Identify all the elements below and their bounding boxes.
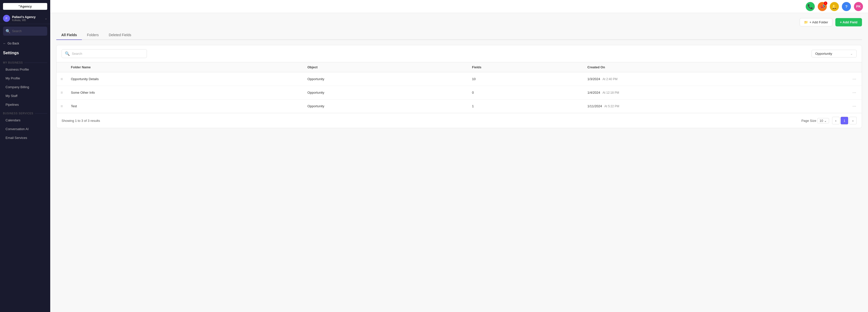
- object-filter-label: Opportunity: [815, 52, 832, 56]
- sidebar-item-calendars[interactable]: Calendars: [1, 116, 49, 124]
- page-size-control: Page Size 10 ⌄: [801, 118, 829, 123]
- prev-page-button[interactable]: ‹: [832, 117, 840, 124]
- add-folder-label: + Add Folder: [809, 20, 828, 24]
- sidebar-item-company-billing[interactable]: Company Billing: [1, 83, 49, 91]
- bell-icon-button[interactable]: 🔔: [830, 2, 839, 11]
- drag-handle-icon[interactable]: ≡: [61, 104, 63, 108]
- sidebar: "Agency P Pallavi's Agency Kolkata, WB ⌄…: [0, 0, 50, 312]
- table-search-box[interactable]: 🔍: [62, 49, 147, 58]
- add-field-button[interactable]: + Add Field: [835, 18, 862, 26]
- col-object: Object: [303, 62, 468, 72]
- col-actions: [847, 62, 862, 72]
- tab-folders[interactable]: Folders: [82, 30, 104, 40]
- my-business-section: MY BUSINESS: [0, 58, 50, 65]
- table-footer: Showing 1 to 3 of 3 results Page Size 10…: [57, 113, 862, 128]
- business-services-section: BUSINESS SERVICES: [0, 109, 50, 116]
- fields-cell: 10: [468, 72, 583, 86]
- next-page-button[interactable]: ›: [849, 117, 857, 124]
- page-1-button[interactable]: 1: [841, 117, 848, 124]
- agency-avatar: P: [3, 15, 10, 22]
- arrow-left-icon: ←: [3, 42, 6, 45]
- chevron-down-icon: ⌄: [850, 52, 853, 56]
- add-field-label: + Add Field: [840, 20, 858, 24]
- topbar: 📞 📣 1 🔔 ? PK: [50, 0, 868, 13]
- agency-selector[interactable]: P Pallavi's Agency Kolkata, WB ⌄: [0, 13, 50, 24]
- results-count: Showing 1 to 3 of 3 results: [62, 119, 100, 123]
- chevron-down-icon: ⌄: [824, 119, 827, 123]
- pagination-controls: ‹ 1 ›: [832, 117, 857, 124]
- main-content: 📞 📣 1 🔔 ? PK 📁 + Add Folder + Add Field …: [50, 0, 868, 312]
- search-icon: 🔍: [65, 51, 70, 56]
- agency-location: Kolkata, WB: [12, 19, 45, 22]
- settings-title: Settings: [0, 49, 50, 58]
- chevron-down-icon: ⌄: [45, 17, 47, 20]
- table-toolbar: 🔍 Opportunity ⌄: [57, 45, 862, 62]
- table-search-input[interactable]: [72, 52, 144, 56]
- drag-handle-icon[interactable]: ≡: [61, 77, 63, 81]
- page-content: 📁 + Add Folder + Add Field All Fields Fo…: [50, 13, 868, 312]
- row-menu-button[interactable]: ···: [851, 103, 858, 109]
- sidebar-item-my-staff[interactable]: My Staff: [1, 92, 49, 100]
- sidebar-logo: "Agency: [3, 3, 47, 10]
- fields-cell: 0: [468, 86, 583, 99]
- sidebar-item-conversation-ai[interactable]: Conversation AI: [1, 125, 49, 133]
- col-folder-name: Folder Name: [67, 62, 303, 72]
- folder-icon: 📁: [804, 20, 808, 24]
- sidebar-search-input[interactable]: [12, 29, 50, 33]
- sidebar-item-pipelines[interactable]: Pipelines: [1, 100, 49, 109]
- sidebar-item-email-services[interactable]: Email Services: [1, 134, 49, 142]
- page-size-label: Page Size: [801, 119, 816, 123]
- created-on-cell: 1/11/2024 At 5:22 PM: [583, 99, 847, 113]
- table-row: ≡ Some Other Info Opportunity 0 1/4/2024…: [57, 86, 862, 99]
- pagination-area: Page Size 10 ⌄ ‹ 1 ›: [801, 117, 857, 124]
- col-fields: Fields: [468, 62, 583, 72]
- created-on-cell: 1/3/2024 At 2:40 PM: [583, 72, 847, 86]
- col-drag: [57, 62, 67, 72]
- col-created-on: Created On: [583, 62, 847, 72]
- sidebar-search-box[interactable]: 🔍 ⌘ K ⚡: [3, 27, 47, 36]
- object-cell: Opportunity: [303, 72, 468, 86]
- folder-name-cell: Test: [67, 99, 303, 113]
- agency-name: Pallavi's Agency: [12, 15, 45, 19]
- fields-cell: 1: [468, 99, 583, 113]
- help-icon-button[interactable]: ?: [842, 2, 851, 11]
- go-back-button[interactable]: ← Go Back: [3, 40, 47, 47]
- add-folder-button[interactable]: 📁 + Add Folder: [800, 18, 832, 26]
- tabs-bar: All Fields Folders Deleted Fields: [56, 30, 862, 40]
- notification-badge: 1: [824, 1, 827, 5]
- user-avatar-button[interactable]: PK: [854, 2, 863, 11]
- object-filter-select[interactable]: Opportunity ⌄: [811, 50, 857, 58]
- search-icon: 🔍: [5, 29, 10, 34]
- object-cell: Opportunity: [303, 99, 468, 113]
- go-back-label: Go Back: [7, 42, 19, 45]
- table-row: ≡ Opportunity Details Opportunity 10 1/3…: [57, 72, 862, 86]
- tab-deleted-fields[interactable]: Deleted Fields: [104, 30, 136, 40]
- folders-table: Folder Name Object Fields Created On ≡ O…: [57, 62, 862, 113]
- sidebar-item-my-profile[interactable]: My Profile: [1, 74, 49, 83]
- object-cell: Opportunity: [303, 86, 468, 99]
- drag-handle-icon[interactable]: ≡: [61, 90, 63, 95]
- action-bar: 📁 + Add Folder + Add Field: [56, 18, 862, 26]
- folder-name-cell: Some Other Info: [67, 86, 303, 99]
- sidebar-item-business-profile[interactable]: Business Profile: [1, 65, 49, 73]
- created-on-cell: 1/4/2024 At 12:18 PM: [583, 86, 847, 99]
- row-menu-button[interactable]: ···: [851, 76, 858, 82]
- row-menu-button[interactable]: ···: [851, 89, 858, 96]
- table-card: 🔍 Opportunity ⌄ Folder Name Object Field…: [56, 45, 862, 128]
- megaphone-icon-button[interactable]: 📣 1: [818, 2, 827, 11]
- table-row: ≡ Test Opportunity 1 1/11/2024 At 5:22 P…: [57, 99, 862, 113]
- phone-icon-button[interactable]: 📞: [806, 2, 815, 11]
- page-size-select[interactable]: 10 ⌄: [817, 118, 829, 123]
- tab-all-fields[interactable]: All Fields: [56, 30, 82, 40]
- folder-name-cell: Opportunity Details: [67, 72, 303, 86]
